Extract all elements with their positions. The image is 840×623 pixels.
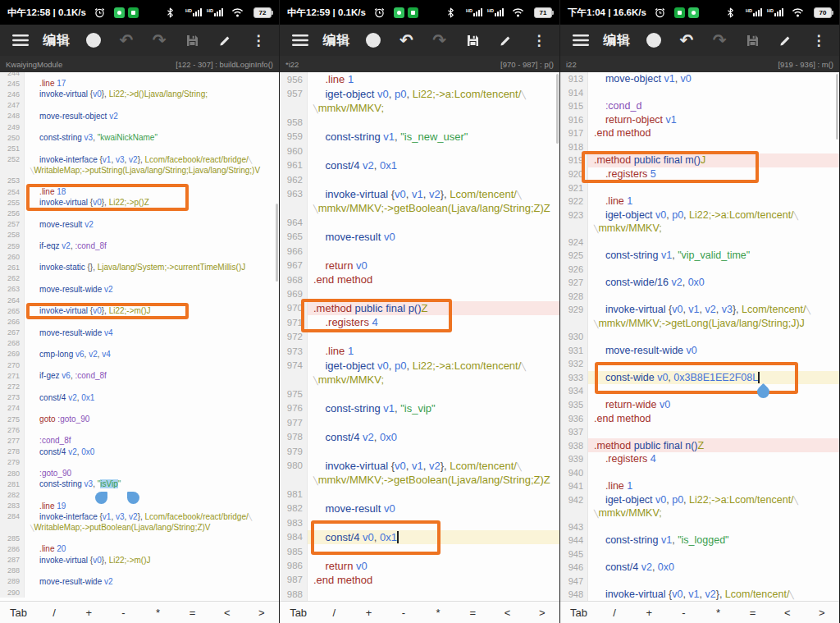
code-line[interactable]: 248 move-result-object v2: [0, 111, 279, 121]
code-line[interactable]: 260: [0, 251, 279, 262]
code-line[interactable]: 285: [0, 533, 279, 543]
menu-icon[interactable]: [570, 30, 591, 51]
symbol-key[interactable]: <: [500, 607, 515, 619]
code-line[interactable]: 981: [280, 487, 559, 501]
code-line[interactable]: 922 .line 1: [560, 195, 839, 208]
code-line[interactable]: 913 move-object v1, v0: [560, 72, 839, 86]
code-line[interactable]: 264: [0, 295, 279, 305]
code-line[interactable]: 244: [0, 72, 279, 78]
symbol-key[interactable]: *: [431, 607, 445, 619]
code-line[interactable]: ╲mmkv/MMKV;: [280, 373, 559, 387]
code-line[interactable]: 985: [280, 544, 559, 558]
symbol-key[interactable]: Tab: [290, 607, 307, 619]
code-area[interactable]: 913 move-object v1, v0914915 :cond_d916 …: [560, 72, 839, 601]
code-line[interactable]: 269 cmp-long v6, v2, v4: [0, 349, 279, 360]
code-line[interactable]: 972: [280, 330, 559, 344]
code-line[interactable]: ╲WritableMap;->putBoolean(Ljava/lang/Str…: [0, 522, 279, 533]
code-line[interactable]: 278 const/4 v2, 0x0: [0, 447, 279, 457]
symbol-key[interactable]: +: [641, 607, 656, 619]
code-line[interactable]: 924: [560, 235, 839, 249]
undo-icon[interactable]: ↶: [676, 30, 697, 51]
code-line[interactable]: 939 .registers 4: [560, 452, 839, 466]
code-line[interactable]: 245 .line 17: [0, 78, 279, 89]
code-line[interactable]: 975: [280, 387, 559, 401]
code-line[interactable]: ╲WritableMap;->putString(Ljava/lang/Stri…: [0, 165, 279, 176]
redo-icon[interactable]: ↷: [148, 30, 170, 51]
code-line[interactable]: 970.method public final p()Z: [280, 301, 559, 315]
selection-handle-icon[interactable]: [95, 492, 107, 504]
symbol-key[interactable]: /: [47, 607, 62, 619]
code-line[interactable]: 927 const-wide/16 v2, 0x0: [560, 276, 839, 290]
code-line[interactable]: 274: [0, 403, 279, 414]
code-line[interactable]: 943: [560, 520, 839, 534]
code-line[interactable]: 961 const/4 v2, 0x1: [280, 158, 559, 172]
code-line[interactable]: ╲mmkv/MMKV;: [560, 506, 839, 520]
symbol-key[interactable]: /: [607, 607, 622, 619]
symbol-key[interactable]: <: [780, 607, 795, 619]
code-line[interactable]: ╲mmkv/MMKV;->getBoolean(Ljava/lang/Strin…: [280, 473, 559, 487]
code-line[interactable]: 977: [280, 415, 559, 429]
symbol-key[interactable]: >: [254, 607, 269, 619]
code-line[interactable]: 251: [0, 143, 279, 153]
code-line[interactable]: 283 .line 19: [0, 501, 279, 511]
code-line[interactable]: 919.method public final m()J: [560, 153, 839, 167]
code-line[interactable]: 944 const-string v1, "is_logged": [560, 534, 839, 547]
code-line[interactable]: 290: [0, 587, 279, 598]
code-line[interactable]: 948 invoke-virtual {v0, v1, v2}, Lcom/te…: [560, 588, 839, 601]
code-line[interactable]: 254 .line 18: [0, 186, 279, 197]
code-line[interactable]: 250 const-string v3, "kwaiNickName": [0, 132, 279, 143]
save-icon[interactable]: [742, 30, 763, 51]
code-line[interactable]: 277 :cond_8f: [0, 435, 279, 446]
symbol-key[interactable]: >: [815, 607, 829, 619]
code-line[interactable]: 921: [560, 181, 839, 195]
symbol-key[interactable]: /: [326, 607, 341, 619]
code-line[interactable]: 956 .line 1: [280, 72, 559, 86]
code-line[interactable]: 987.end method: [280, 573, 559, 587]
code-line[interactable]: 266: [0, 316, 279, 327]
symbol-key[interactable]: =: [185, 607, 200, 619]
code-line[interactable]: 936.end method: [560, 411, 839, 425]
code-area[interactable]: 956 .line 1957 iget-object v0, p0, Li22;…: [280, 72, 559, 601]
code-line[interactable]: 257 move-result v2: [0, 219, 279, 230]
symbol-key[interactable]: Tab: [570, 607, 587, 619]
code-line[interactable]: 958: [280, 115, 559, 129]
redo-icon[interactable]: ↷: [709, 30, 730, 51]
code-line[interactable]: 928: [560, 290, 839, 304]
code-line[interactable]: 287 invoke-virtual {v0}, Li22;->m()J: [0, 554, 279, 565]
code-line[interactable]: 973 .line 1: [280, 344, 559, 358]
symbol-key[interactable]: +: [362, 607, 377, 619]
code-line[interactable]: 272: [0, 381, 279, 392]
code-line[interactable]: 946 const/4 v2, 0x0: [560, 561, 839, 575]
code-line[interactable]: 280 :goto_90: [0, 468, 279, 479]
code-line[interactable]: 263 move-result-wide v2: [0, 284, 279, 295]
code-line[interactable]: 284 invoke-interface {v1, v3, v2}, Lcom/…: [0, 511, 279, 522]
code-line[interactable]: 917.end method: [560, 126, 839, 140]
code-line[interactable]: 279: [0, 457, 279, 468]
code-line[interactable]: ╲mmkv/MMKV;: [560, 222, 839, 236]
redo-icon[interactable]: ↷: [429, 30, 450, 51]
more-icon[interactable]: ⋮: [528, 30, 550, 51]
symbol-key[interactable]: *: [151, 607, 166, 619]
symbol-key[interactable]: =: [746, 607, 760, 619]
code-line[interactable]: 986 return v0: [280, 558, 559, 572]
code-line[interactable]: 934: [560, 384, 839, 398]
save-icon[interactable]: [181, 30, 203, 51]
code-line[interactable]: 982 move-result v0: [280, 502, 559, 515]
edit-icon[interactable]: [495, 30, 517, 51]
code-line[interactable]: 925 const-string v1, "vip_valid_time": [560, 249, 839, 263]
code-line[interactable]: 983: [280, 515, 559, 529]
code-line[interactable]: ╲mmkv/MMKV;->getLong(Ljava/lang/String;J…: [560, 317, 839, 331]
code-line[interactable]: 926: [560, 262, 839, 276]
symbol-key[interactable]: =: [465, 607, 480, 619]
code-line[interactable]: 255 invoke-virtual {v0}, Li22;->p()Z: [0, 197, 279, 208]
code-line[interactable]: 261 invoke-static {}, Ljava/lang/System;…: [0, 262, 279, 273]
code-line[interactable]: 268: [0, 338, 279, 349]
symbol-key[interactable]: -: [676, 607, 691, 619]
code-line[interactable]: 918: [560, 140, 839, 154]
code-line[interactable]: 275 goto :goto_90: [0, 414, 279, 424]
code-line[interactable]: 962: [280, 172, 559, 186]
code-line[interactable]: 286 .line 20: [0, 543, 279, 554]
symbol-key[interactable]: +: [81, 607, 96, 619]
code-line[interactable]: 923 iget-object v0, p0, Li22;->a:Lcom/te…: [560, 208, 839, 222]
code-line[interactable]: 966: [280, 244, 559, 258]
